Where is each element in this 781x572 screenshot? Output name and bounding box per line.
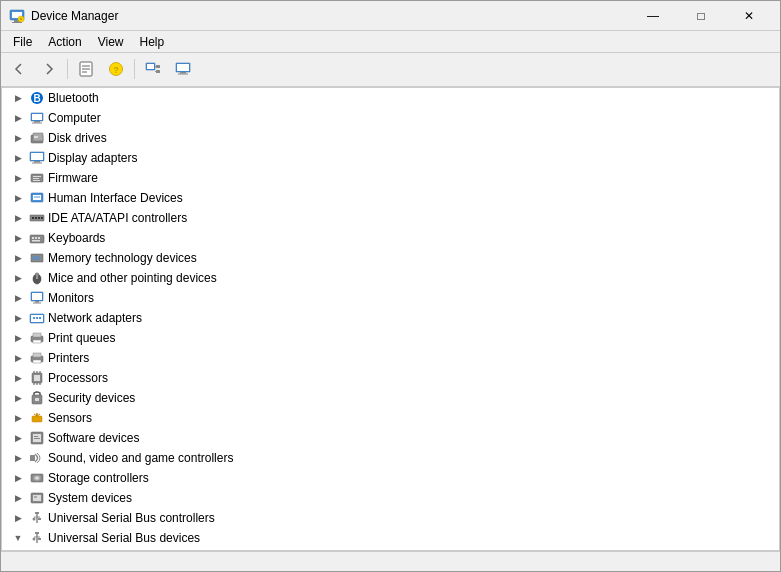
title-bar: Device Manager — □ ✕ [1,1,780,31]
tree-expand-icon[interactable] [10,230,26,246]
svg-rect-70 [33,333,41,337]
tree-item[interactable]: Sensors [2,408,779,428]
tree-view[interactable]: BBluetoothComputerDisk drivesDisplay ada… [2,88,779,550]
tree-item-icon [29,130,45,146]
tree-expand-icon[interactable] [10,130,26,146]
menu-view[interactable]: View [90,33,132,51]
window: Device Manager — □ ✕ File Action View He… [0,0,781,572]
tree-expand-icon[interactable] [10,450,26,466]
tree-item[interactable]: Universal Serial Bus devices [2,528,779,548]
minimize-button[interactable]: — [630,6,676,26]
tree-expand-icon[interactable] [10,90,26,106]
tree-item[interactable]: Mice and other pointing devices [2,268,779,288]
back-button[interactable] [5,56,33,82]
tree-expand-icon[interactable] [10,170,26,186]
computer-button[interactable] [169,56,197,82]
tree-item[interactable]: Print queues [2,328,779,348]
svg-rect-27 [32,122,42,123]
forward-button[interactable] [35,56,63,82]
device-manager-view-button[interactable] [139,56,167,82]
tree-expand-icon[interactable] [10,330,26,346]
tree-item[interactable]: Sound, video and game controllers [2,448,779,468]
svg-rect-84 [35,398,39,401]
tree-item[interactable]: Computer [2,108,779,128]
tree-item-label: Sensors [48,411,100,425]
tree-item-icon [29,510,45,526]
tree-item-label: Disk drives [48,131,115,145]
tree-expand-icon[interactable] [10,190,26,206]
tree-expand-icon[interactable] [10,530,26,546]
tree-item-label: Keyboards [48,231,113,245]
tree-item[interactable]: Monitors [2,288,779,308]
tree-item-label: Printers [48,351,97,365]
tree-item-icon [29,110,45,126]
svg-rect-56 [39,256,40,260]
tree-item[interactable]: Storage controllers [2,468,779,488]
close-button[interactable]: ✕ [726,6,772,26]
tree-item[interactable]: Firmware [2,168,779,188]
tree-item-label: Mice and other pointing devices [48,271,225,285]
properties-button[interactable] [72,56,100,82]
tree-item[interactable]: Human Interface Devices [2,188,779,208]
tree-item[interactable]: Printers [2,348,779,368]
toolbar: ? [1,53,780,87]
tree-item[interactable]: Universal Serial Bus controllers [2,508,779,528]
tree-item-icon [29,350,45,366]
tree-item-icon [29,410,45,426]
tree-item[interactable]: Single RS232-HS [2,548,779,550]
tree-item[interactable]: Memory technology devices [2,248,779,268]
tree-item[interactable]: Display adapters [2,148,779,168]
svg-rect-85 [32,416,42,422]
menu-file[interactable]: File [5,33,40,51]
svg-point-103 [33,517,36,520]
menu-help[interactable]: Help [132,33,173,51]
tree-item[interactable]: Software devices [2,428,779,448]
svg-rect-30 [34,136,38,138]
help-button[interactable]: ? [102,56,130,82]
computer-icon [175,61,191,77]
svg-rect-71 [33,340,41,343]
svg-text:?: ? [113,65,119,75]
tree-expand-icon[interactable] [10,390,26,406]
tree-item[interactable]: BBluetooth [2,88,779,108]
tree-expand-icon[interactable] [10,410,26,426]
tree-expand-icon[interactable] [10,510,26,526]
help-icon: ? [108,61,124,77]
tree-item[interactable]: IDE ATA/ATAPI controllers [2,208,779,228]
tree-item-label: Human Interface Devices [48,191,191,205]
tree-item-label: Security devices [48,391,143,405]
maximize-button[interactable]: □ [678,6,724,26]
tree-item[interactable]: Network adapters [2,308,779,328]
menu-action[interactable]: Action [40,33,89,51]
svg-point-59 [35,272,39,275]
svg-rect-26 [34,121,40,123]
tree-item[interactable]: Disk drives [2,128,779,148]
svg-rect-32 [31,153,43,160]
tree-expand-icon[interactable] [10,270,26,286]
tree-item[interactable]: Security devices [2,388,779,408]
tree-expand-icon[interactable] [10,310,26,326]
tree-expand-icon[interactable] [10,250,26,266]
tree-expand-icon[interactable] [10,210,26,226]
tree-expand-icon[interactable] [10,150,26,166]
svg-rect-62 [35,301,39,303]
tree-expand-icon[interactable] [10,430,26,446]
menu-bar: File Action View Help [1,31,780,53]
tree-expand-icon[interactable] [10,110,26,126]
svg-rect-34 [32,162,42,163]
tree-item[interactable]: System devices [2,488,779,508]
tree-expand-icon[interactable] [10,490,26,506]
tree-expand-icon[interactable] [10,350,26,366]
tree-item-label: Firmware [48,171,106,185]
tree-expand-icon[interactable] [10,470,26,486]
svg-rect-21 [178,74,188,75]
tree-expand-icon[interactable] [10,290,26,306]
tree-expand-icon[interactable] [10,370,26,386]
tree-item[interactable]: Keyboards [2,228,779,248]
tree-item[interactable]: Processors [2,368,779,388]
main-content: BBluetoothComputerDisk drivesDisplay ada… [1,87,780,551]
window-controls: — □ ✕ [630,6,772,26]
properties-icon [78,61,94,77]
tree-item-icon [29,490,45,506]
svg-rect-53 [33,256,34,260]
